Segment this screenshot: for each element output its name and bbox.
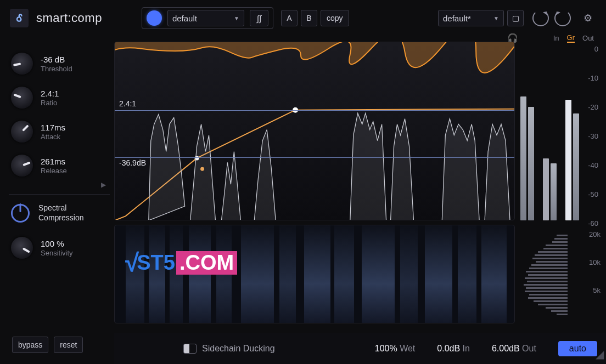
wet-readout[interactable]: 100% Wet	[375, 344, 416, 354]
learn-button[interactable]	[147, 10, 162, 26]
meter-tab-in[interactable]: In	[553, 34, 559, 42]
ratio-line-label: 2.4:1	[119, 99, 136, 108]
meter-tab-out[interactable]: Out	[582, 34, 594, 42]
ab-compare-group: A B copy	[281, 10, 349, 26]
sidechain-label: Sidechain Ducking	[202, 344, 275, 354]
attack-param: 117ms Attack	[11, 121, 109, 143]
preset-group: default* ▼ ▢	[438, 10, 524, 26]
settings-button[interactable]: ⚙	[580, 10, 596, 26]
sidechain-toggle[interactable]: Sidechain Ducking	[183, 344, 275, 354]
compressor-graph[interactable]: 2.4:1 -36.9dB	[114, 42, 515, 220]
main-display: 2.4:1 -36.9dB	[114, 42, 515, 323]
copy-button[interactable]: copy	[321, 10, 349, 26]
watermark: √ ST5 .COM	[125, 248, 237, 277]
input-waveform	[149, 113, 510, 220]
threshold-line[interactable]	[115, 157, 514, 158]
output-gain-readout[interactable]: 6.00dB Out	[492, 344, 536, 354]
toggle-icon	[183, 344, 197, 354]
preset-dropdown-label: default*	[443, 14, 471, 23]
reset-button[interactable]: reset	[54, 337, 83, 353]
power-icon	[11, 204, 30, 223]
bottom-bar: Sidechain Ducking 100% Wet 0.0dB In 6.00…	[114, 333, 606, 364]
freq-scale: 20k 10k 5k	[589, 230, 601, 294]
profile-dropdown[interactable]: default ▼	[167, 10, 244, 26]
gear-icon: ⚙	[583, 12, 592, 24]
threshold-label: Threshold	[41, 65, 72, 73]
sensitivity-value[interactable]: 100 %	[41, 239, 73, 249]
profile-dropdown-label: default	[172, 14, 197, 23]
gain-reduction-fill	[115, 42, 514, 73]
top-bar: Ꮄ smart:comp default ▼ ∫∫ A B copy defau…	[0, 0, 606, 36]
product-title: smart:comp	[36, 11, 102, 25]
state-a-button[interactable]: A	[281, 10, 298, 26]
wave-icon: ∫∫	[257, 14, 261, 23]
level-meters	[520, 48, 577, 220]
expand-arrow-icon[interactable]: ▶	[101, 181, 109, 189]
learn-group: default ▼ ∫∫	[142, 7, 273, 29]
ratio-knob[interactable]	[11, 87, 33, 109]
spectral-label: Spectral Compression	[38, 203, 83, 223]
spectral-compression-toggle[interactable]: Spectral Compression	[11, 203, 109, 223]
input-meter	[520, 48, 534, 220]
watermark-text-a: ST5	[137, 251, 175, 275]
db-scale: 0 -10 -20 -30 -40 -50 -60	[588, 45, 598, 228]
ratio-line[interactable]	[115, 110, 514, 111]
profile-wave-button[interactable]: ∫∫	[250, 10, 268, 26]
release-label: Release	[41, 167, 67, 175]
sidebar-divider	[9, 194, 110, 195]
sensitivity-label: Sensitivity	[41, 249, 73, 257]
ratio-value[interactable]: 2.4:1	[41, 89, 59, 99]
threshold-value[interactable]: -36 dB	[41, 55, 72, 65]
meter-tab-strip: 🎧 In Gr Out	[507, 33, 594, 43]
state-b-button[interactable]: B	[301, 10, 317, 26]
chevron-down-icon: ▼	[493, 15, 499, 21]
save-preset-button[interactable]: ▢	[507, 10, 524, 26]
watermark-text-b: .COM	[176, 251, 237, 275]
attack-label: Attack	[41, 133, 65, 141]
threshold-knob[interactable]	[11, 53, 33, 75]
threshold-line-label: -36.9dB	[119, 158, 146, 167]
meter-tab-gr[interactable]: Gr	[567, 33, 575, 43]
attack-value[interactable]: 117ms	[41, 123, 65, 133]
input-gain-readout[interactable]: 0.0dB In	[437, 344, 470, 354]
freq-histogram	[523, 230, 568, 323]
bypass-button[interactable]: bypass	[12, 337, 48, 353]
gr-meter	[543, 48, 557, 220]
auto-gain-button[interactable]: auto	[558, 341, 597, 356]
param-sidebar: -36 dB Threshold 2.4:1 Ratio 117ms Attac…	[0, 53, 109, 271]
ratio-param: 2.4:1 Ratio	[11, 87, 109, 109]
brand-logo: Ꮄ	[10, 9, 29, 27]
undo-button[interactable]	[532, 10, 549, 26]
sensitivity-knob[interactable]	[11, 237, 33, 259]
output-meter	[565, 48, 579, 220]
release-param: 261ms Release	[11, 155, 109, 177]
sensitivity-param: 100 % Sensitivity	[11, 237, 109, 259]
resize-grip-icon[interactable]: ◢	[596, 348, 602, 361]
chevron-down-icon: ▼	[234, 15, 239, 21]
release-knob[interactable]	[11, 155, 33, 177]
save-icon: ▢	[512, 14, 519, 22]
redo-button[interactable]	[554, 10, 571, 26]
threshold-param: -36 dB Threshold	[11, 53, 109, 75]
attack-knob[interactable]	[11, 121, 33, 143]
preset-dropdown[interactable]: default* ▼	[438, 10, 504, 26]
ratio-label: Ratio	[41, 99, 59, 107]
release-value[interactable]: 261ms	[41, 157, 67, 167]
